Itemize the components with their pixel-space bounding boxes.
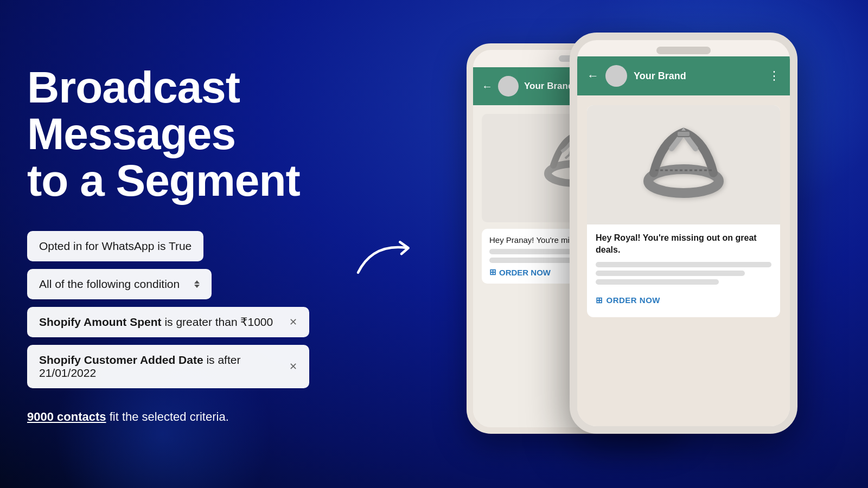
contacts-text: 9000 contacts fit the selected criteria. xyxy=(27,410,353,424)
filter-amount-suffix: is greater than ₹1000 xyxy=(164,316,273,328)
curved-arrow-icon xyxy=(353,233,418,287)
phone-front-message: Hey Royal! You're missing out on great d… xyxy=(596,232,771,256)
phone-front-order-button[interactable]: ⊞ ORDER NOW xyxy=(596,291,771,310)
filter-amount-remove-icon[interactable]: ✕ xyxy=(289,316,297,328)
phone-back-order-label: ORDER NOW xyxy=(499,268,551,277)
dropdown-arrows-icon xyxy=(194,280,200,288)
contacts-count: 9000 contacts xyxy=(27,410,106,423)
phone-front-notch xyxy=(656,47,711,54)
phone-front-header: ← Your Brand ⋮ xyxy=(577,56,790,95)
phone-front-arrow-icon: ← xyxy=(587,69,599,83)
filter-optin-pill: Opted in for WhatsApp is True xyxy=(27,231,203,261)
filter-amount-label: Shopify Amount Spent is greater than ₹10… xyxy=(39,316,273,329)
left-panel: Broadcast Messages to a Segment Opted in… xyxy=(0,0,380,488)
headline-line3: to a Segment xyxy=(27,156,300,205)
filter-date-remove-icon[interactable]: ✕ xyxy=(289,361,297,373)
skel-2 xyxy=(596,271,745,276)
headline: Broadcast Messages to a Segment xyxy=(27,64,353,204)
phone-front-product-image xyxy=(587,105,780,224)
skel-1 xyxy=(596,262,771,267)
phone-back-avatar xyxy=(498,76,519,97)
filter-condition-label: All of the following condition xyxy=(39,278,180,291)
phone-front-product-text: Hey Royal! You're missing out on great d… xyxy=(587,224,780,317)
filter-date-label: Shopify Customer Added Date is after 21/… xyxy=(39,354,285,380)
filter-amount-bold: Shopify Amount Spent xyxy=(39,316,162,328)
filter-date-pill: Shopify Customer Added Date is after 21/… xyxy=(27,345,309,388)
filter-date-bold: Shopify Customer Added Date xyxy=(39,354,203,366)
contacts-suffix-text: fit the selected criteria. xyxy=(110,410,229,423)
filter-condition-dropdown[interactable]: All of the following condition xyxy=(27,269,212,299)
arrow-container xyxy=(353,233,418,290)
phone-front-chat: Hey Royal! You're missing out on great d… xyxy=(577,95,790,428)
right-panel: ← Your Brand ⋮ Hey Pranay! xyxy=(380,0,868,488)
phone-front-brand-label: Your Brand xyxy=(634,70,762,82)
phone-front-order-label: ORDER NOW xyxy=(607,296,661,305)
page-content: Broadcast Messages to a Segment Opted in… xyxy=(0,0,868,488)
phone-front-menu-icon: ⋮ xyxy=(768,69,780,83)
svg-rect-2 xyxy=(677,131,690,137)
svg-point-1 xyxy=(648,169,719,193)
phone-back-arrow-icon: ← xyxy=(482,80,493,93)
headline-line2: Messages xyxy=(27,109,235,158)
arrow-down-icon xyxy=(194,285,200,288)
headline-line1: Broadcast xyxy=(27,62,240,112)
phone-front-skeleton-lines xyxy=(596,262,771,285)
order-icon: ⊞ xyxy=(596,296,603,305)
phone-front-avatar xyxy=(605,65,627,87)
product-ring-front-svg xyxy=(629,111,738,219)
filter-optin-label: Opted in for WhatsApp is True xyxy=(39,240,192,253)
phone-front: ← Your Brand ⋮ xyxy=(570,33,797,434)
order-link-icon: ⊞ xyxy=(489,267,496,277)
arrow-up-icon xyxy=(194,280,200,284)
phone-front-product-card: Hey Royal! You're missing out on great d… xyxy=(587,105,780,317)
filter-section: Opted in for WhatsApp is True All of the… xyxy=(27,231,353,388)
filter-amount-pill: Shopify Amount Spent is greater than ₹10… xyxy=(27,307,309,337)
skel-3 xyxy=(596,279,719,285)
